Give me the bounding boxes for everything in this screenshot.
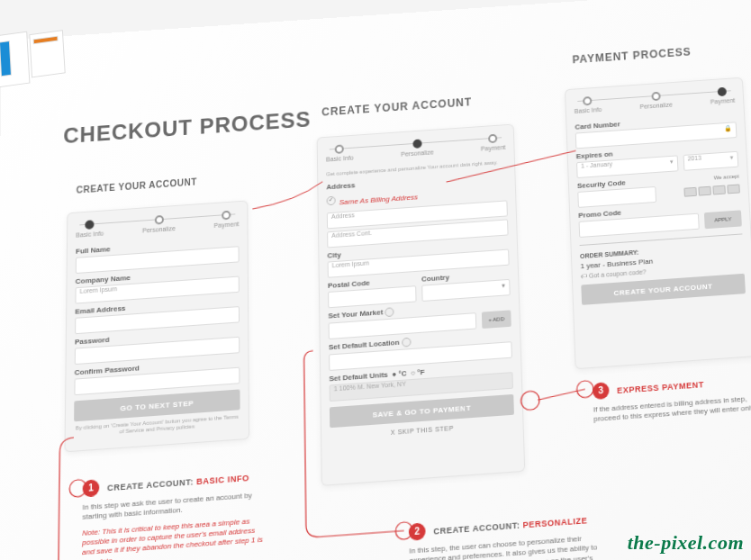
annotation-1: 1 CREATE ACCOUNT: BASIC INFO In this ste… bbox=[82, 466, 269, 560]
page-title: CHECKOUT PROCESS bbox=[63, 107, 311, 149]
we-accept-text: We accept bbox=[661, 174, 739, 185]
progress-steps: Basic Info Personalize Payment bbox=[326, 133, 506, 163]
lock-icon: 🔒 bbox=[724, 125, 732, 132]
panel-payment: Basic Info Personalize Payment Card Numb… bbox=[565, 77, 751, 370]
annotation-badge: 3 bbox=[593, 382, 610, 400]
section-title-2: CREATE YOUR ACCOUNT bbox=[321, 95, 472, 118]
svg-point-2 bbox=[520, 391, 539, 411]
same-billing-text: Same As Billing Address bbox=[339, 194, 418, 207]
annotation-3: 3 EXPRESS PAYMENT If the address entered… bbox=[593, 370, 751, 424]
progress-steps: Basic Info Personalize Payment bbox=[574, 86, 735, 114]
card-icon bbox=[727, 184, 740, 194]
card-icon bbox=[698, 186, 710, 196]
annotation-text: In this step, the user can choose to per… bbox=[409, 532, 615, 560]
card-icon bbox=[683, 187, 696, 197]
checkbox-same-billing[interactable] bbox=[327, 196, 336, 206]
panel-personalize: Basic Info Personalize Payment Get compl… bbox=[317, 124, 526, 486]
apply-button[interactable]: APPLY bbox=[704, 210, 742, 229]
annotation-text: If the address entered is billing addres… bbox=[593, 393, 751, 425]
add-market-button[interactable]: + ADD bbox=[482, 311, 511, 330]
progress-steps: Basic Info Personalize Payment bbox=[76, 210, 239, 239]
create-account-button[interactable]: CREATE YOUR ACCOUNT bbox=[581, 274, 746, 305]
section-title-3: PAYMENT PROCESS bbox=[572, 46, 692, 67]
annotation-2: 2 CREATE ACCOUNT: PERSONALIZE In this st… bbox=[409, 508, 616, 560]
annotation-note-text: Note: This it is critical to keep this a… bbox=[82, 515, 269, 560]
panel-basic-info: Basic Info Personalize Payment Full Name… bbox=[65, 200, 250, 452]
annotation-badge: 1 bbox=[83, 479, 100, 497]
card-icon bbox=[712, 185, 726, 195]
input-cvv[interactable] bbox=[577, 186, 656, 208]
watermark: the-pixel.com bbox=[628, 531, 744, 555]
svg-point-3 bbox=[576, 380, 593, 398]
section-title-1: CREATE YOUR ACCOUNT bbox=[77, 176, 197, 194]
annotation-badge: 2 bbox=[409, 522, 426, 540]
